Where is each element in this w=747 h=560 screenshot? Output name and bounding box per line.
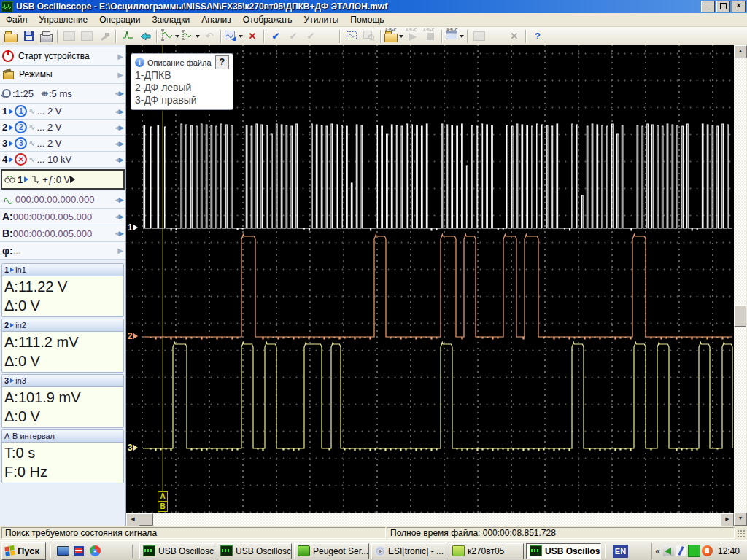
menu-item-3[interactable]: Закладки — [146, 14, 196, 26]
math-window-dropdown-arrow[interactable] — [460, 35, 464, 38]
tablet-pen-icon[interactable] — [676, 545, 686, 556]
add-chart-dropdown-arrow[interactable] — [239, 35, 243, 38]
trigger-expand-arrow[interactable] — [70, 176, 75, 183]
close-button[interactable]: × — [732, 1, 746, 12]
zoom-scale-value[interactable]: :1:25 — [12, 88, 34, 99]
channel-steppers[interactable]: ◀▶ — [115, 108, 123, 115]
zoom-in-wave-dropdown-arrow[interactable] — [196, 35, 200, 38]
cursor-a-value[interactable]: 000:00:00.005.000 — [13, 211, 115, 222]
select-region-button[interactable] — [344, 28, 360, 44]
cursor-a-row[interactable]: A: 000:00:00.005.000 ◀▶ — [0, 209, 125, 225]
scale-steppers[interactable]: ◀▶ — [115, 90, 123, 97]
channel-rows: 11∿... 2 V◀▶22∿... 2 V◀▶33∿... 2 V◀▶4✕∿.… — [0, 104, 125, 168]
tools-icon — [99, 32, 109, 41]
apply-check-button[interactable]: ✔ — [268, 28, 284, 44]
channel-scale-value[interactable]: ... 2 V — [36, 106, 115, 117]
phase-row[interactable]: φ: ... ▶ — [0, 242, 125, 260]
application-window: USB Oscilloscope - E:\Осциллограммы\NISS… — [0, 0, 747, 560]
chevron-right-icon[interactable]: ▶ — [117, 52, 123, 61]
channel-steppers[interactable]: ◀▶ — [115, 124, 123, 131]
sweep-value[interactable]: :5 ms — [49, 88, 115, 99]
cursor-b-value[interactable]: 000:00:00.005.000 — [13, 228, 115, 239]
start-device-row[interactable]: Старт устройства ▶ — [0, 47, 125, 66]
channel-steppers[interactable]: ◀▶ — [115, 156, 123, 163]
zoom-in-wave-button[interactable] — [181, 28, 200, 44]
time-shift-steppers[interactable]: ◀▶ — [115, 196, 123, 203]
trigger-level[interactable]: +ƒ:0 V — [42, 174, 70, 185]
cursor-b-row[interactable]: B: 000:00:00.005.000 ◀▶ — [0, 225, 125, 242]
scroll-left-button[interactable]: ◀ — [126, 513, 139, 526]
taskbar-task-5[interactable]: USB Oscillos... — [526, 543, 601, 559]
menu-item-1[interactable]: Управление — [34, 14, 94, 26]
scale-row[interactable]: :1:25 ⇹ :5 ms ◀▶ — [0, 84, 125, 104]
horizontal-scrollbar[interactable]: ◀ ▶ — [126, 513, 734, 526]
single-pulse-button[interactable] — [120, 28, 136, 44]
menu-item-6[interactable]: Утилиты — [298, 14, 345, 26]
menu-item-4[interactable]: Анализ — [196, 14, 237, 26]
tray-expand-chevron[interactable]: « — [655, 546, 660, 556]
channel-row-3[interactable]: 33∿... 2 V◀▶ — [0, 136, 125, 152]
taskbar-task-2[interactable]: Peugeot Ser... — [294, 543, 369, 559]
help-button[interactable]: ? — [530, 28, 546, 44]
channel-scale-value[interactable]: ... 10 kV — [36, 154, 115, 165]
minimize-button[interactable]: _ — [701, 1, 715, 12]
cursor-b-label[interactable]: B — [158, 502, 168, 512]
scroll-right-button[interactable]: ▶ — [721, 513, 734, 526]
taskbar-task-0[interactable]: USB Oscillosc... — [139, 543, 214, 559]
menu-item-0[interactable]: Файл — [0, 14, 34, 26]
restore-button[interactable] — [716, 1, 730, 12]
help-button[interactable]: ? — [215, 55, 229, 69]
usb-eject-icon[interactable] — [663, 545, 674, 556]
taskbar-task-1[interactable]: USB Oscillosc... — [217, 543, 292, 559]
total-commander-icon[interactable] — [72, 545, 85, 558]
menu-item-2[interactable]: Операции — [93, 14, 146, 26]
oscilloscope-display[interactable]: i Описание файла ? 1-ДПКВ2-ДФ левый3-ДФ … — [126, 45, 734, 513]
channel-steppers[interactable]: ◀▶ — [115, 140, 123, 147]
channel-badge: 3 — [15, 137, 27, 149]
resize-grip[interactable] — [737, 529, 746, 539]
channel-row-2[interactable]: 22∿... 2 V◀▶ — [0, 120, 125, 136]
horizontal-scroll-thumb[interactable] — [139, 513, 153, 526]
phase-value[interactable]: ... — [13, 245, 118, 256]
file-description-box[interactable]: i Описание файла ? 1-ДПКВ2-ДФ левый3-ДФ … — [131, 53, 233, 110]
open-file-button[interactable] — [3, 28, 19, 44]
save-file-button[interactable] — [20, 28, 36, 44]
marker-button[interactable] — [137, 28, 153, 44]
close-chart-button[interactable]: ✕ — [244, 28, 260, 44]
menu-item-7[interactable]: Помощь — [344, 14, 390, 26]
vertical-scroll-thumb[interactable] — [734, 305, 746, 327]
chevron-right-icon[interactable]: ▶ — [117, 246, 123, 254]
download-manager-icon[interactable] — [702, 545, 713, 556]
channel-row-1[interactable]: 11∿... 2 V◀▶ — [0, 104, 125, 120]
channel-scale-value[interactable]: ... 2 V — [36, 138, 115, 149]
time-shift-row[interactable]: 000:00:00.000.000 ◀▶ — [0, 191, 125, 209]
chevron-right-icon[interactable]: ▶ — [117, 71, 123, 79]
zoom-out-wave-dropdown-arrow[interactable] — [175, 35, 179, 38]
math-window-button[interactable]: A:B+C — [446, 28, 464, 44]
math-open-button[interactable]: A:B+C — [384, 28, 403, 44]
taskbar-task-3[interactable]: ESI[tronic] - ... — [371, 543, 446, 559]
taskbar-task-4[interactable]: к270вт05 — [449, 543, 524, 559]
print-button[interactable] — [38, 28, 54, 44]
math-play-button: A:B+C▶ — [405, 28, 421, 44]
show-desktop-icon[interactable] — [56, 545, 69, 558]
modes-row[interactable]: Режимы ▶ — [0, 66, 125, 84]
channel-row-4[interactable]: 4✕∿... 10 kV◀▶ — [0, 152, 125, 168]
cursor-a-steppers[interactable]: ◀▶ — [115, 213, 123, 220]
time-shift-value[interactable]: 000:00:00.000.000 — [15, 194, 115, 205]
add-chart-button[interactable] — [225, 28, 243, 44]
channel-scale-value[interactable]: ... 2 V — [36, 122, 115, 133]
scroll-down-button[interactable]: ▼ — [734, 513, 747, 526]
cursor-b-steppers[interactable]: ◀▶ — [115, 230, 123, 237]
math-open-dropdown-arrow[interactable] — [399, 35, 403, 38]
scroll-up-button[interactable]: ▲ — [734, 45, 747, 58]
menu-item-5[interactable]: Отображать — [237, 14, 298, 26]
display-green-icon[interactable] — [688, 545, 700, 557]
cursor-a-label[interactable]: A — [158, 491, 168, 502]
language-indicator[interactable]: EN — [613, 545, 628, 558]
chrome-icon[interactable] — [88, 545, 101, 558]
vertical-scrollbar[interactable]: ▲ ▼ — [734, 45, 746, 526]
start-button[interactable]: Пуск — [1, 542, 46, 560]
trigger-row[interactable]: 1 +ƒ:0 V — [1, 169, 125, 190]
zoom-out-wave-button[interactable] — [160, 28, 179, 44]
